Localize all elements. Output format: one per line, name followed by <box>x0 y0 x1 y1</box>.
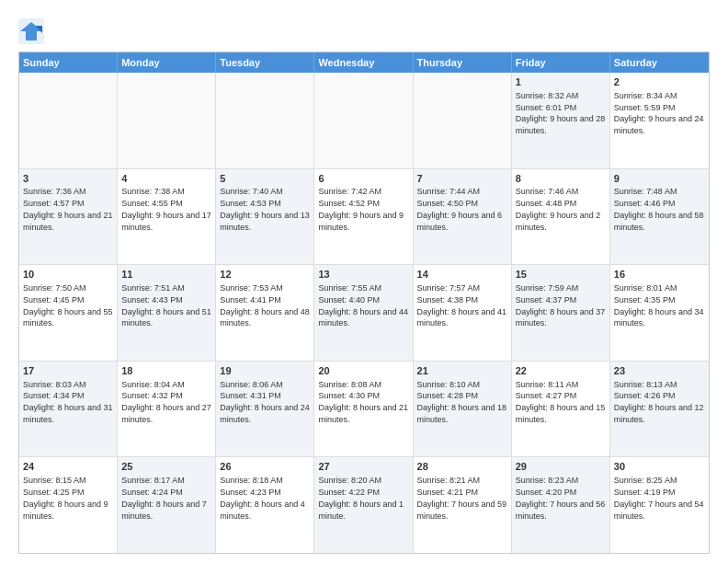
calendar-cell-r1c1: 4Sunrise: 7:38 AM Sunset: 4:55 PM Daylig… <box>118 169 216 265</box>
day-number: 29 <box>516 460 606 474</box>
day-info: Sunrise: 7:55 AM Sunset: 4:40 PM Dayligh… <box>318 283 408 327</box>
day-info: Sunrise: 8:32 AM Sunset: 6:01 PM Dayligh… <box>516 91 606 135</box>
logo <box>18 18 48 44</box>
calendar-cell-r3c0: 17Sunrise: 8:03 AM Sunset: 4:34 PM Dayli… <box>19 362 118 457</box>
day-info: Sunrise: 8:03 AM Sunset: 4:34 PM Dayligh… <box>23 380 113 424</box>
calendar-cell-r2c3: 13Sunrise: 7:55 AM Sunset: 4:40 PM Dayli… <box>314 265 413 361</box>
header-day-sunday: Sunday <box>19 52 118 73</box>
day-number: 24 <box>23 460 113 474</box>
day-number: 21 <box>417 364 507 378</box>
day-number: 13 <box>318 268 408 282</box>
day-number: 19 <box>220 364 310 378</box>
header-day-friday: Friday <box>512 52 610 73</box>
day-number: 25 <box>121 460 211 474</box>
day-number: 7 <box>417 172 507 186</box>
header <box>18 15 710 44</box>
page: SundayMondayTuesdayWednesdayThursdayFrid… <box>0 0 728 563</box>
day-info: Sunrise: 7:40 AM Sunset: 4:53 PM Dayligh… <box>220 187 310 231</box>
day-info: Sunrise: 8:08 AM Sunset: 4:30 PM Dayligh… <box>318 380 408 424</box>
day-info: Sunrise: 8:23 AM Sunset: 4:20 PM Dayligh… <box>516 476 606 520</box>
calendar-cell-r4c5: 29Sunrise: 8:23 AM Sunset: 4:20 PM Dayli… <box>512 457 610 553</box>
calendar-row-2: 10Sunrise: 7:50 AM Sunset: 4:45 PM Dayli… <box>19 265 709 362</box>
calendar-cell-r1c3: 6Sunrise: 7:42 AM Sunset: 4:52 PM Daylig… <box>314 169 413 265</box>
day-number: 3 <box>23 172 113 186</box>
day-number: 5 <box>220 172 310 186</box>
calendar-cell-r0c3 <box>314 73 413 168</box>
day-number: 30 <box>614 460 705 474</box>
day-info: Sunrise: 8:21 AM Sunset: 4:21 PM Dayligh… <box>417 476 507 520</box>
calendar-cell-r0c6: 2Sunrise: 8:34 AM Sunset: 5:59 PM Daylig… <box>610 73 709 168</box>
calendar-header: SundayMondayTuesdayWednesdayThursdayFrid… <box>19 52 709 73</box>
calendar-cell-r1c5: 8Sunrise: 7:46 AM Sunset: 4:48 PM Daylig… <box>512 169 610 265</box>
calendar-cell-r2c6: 16Sunrise: 8:01 AM Sunset: 4:35 PM Dayli… <box>610 265 709 361</box>
calendar-row-1: 3Sunrise: 7:36 AM Sunset: 4:57 PM Daylig… <box>19 169 709 266</box>
day-number: 27 <box>318 460 408 474</box>
day-number: 15 <box>516 268 606 282</box>
calendar-cell-r2c5: 15Sunrise: 7:59 AM Sunset: 4:37 PM Dayli… <box>512 265 610 361</box>
day-number: 20 <box>318 364 408 378</box>
day-info: Sunrise: 8:15 AM Sunset: 4:25 PM Dayligh… <box>23 476 108 520</box>
day-info: Sunrise: 8:01 AM Sunset: 4:35 PM Dayligh… <box>614 283 704 327</box>
day-info: Sunrise: 8:17 AM Sunset: 4:24 PM Dayligh… <box>121 476 207 520</box>
calendar-cell-r1c0: 3Sunrise: 7:36 AM Sunset: 4:57 PM Daylig… <box>19 169 118 265</box>
calendar-cell-r0c2 <box>216 73 314 168</box>
calendar-cell-r3c1: 18Sunrise: 8:04 AM Sunset: 4:32 PM Dayli… <box>118 362 216 457</box>
day-number: 11 <box>121 268 211 282</box>
calendar-cell-r4c4: 28Sunrise: 8:21 AM Sunset: 4:21 PM Dayli… <box>414 457 512 553</box>
day-number: 18 <box>121 364 211 378</box>
day-info: Sunrise: 7:44 AM Sunset: 4:50 PM Dayligh… <box>417 187 503 231</box>
calendar-cell-r4c6: 30Sunrise: 8:25 AM Sunset: 4:19 PM Dayli… <box>610 457 709 553</box>
day-info: Sunrise: 8:18 AM Sunset: 4:23 PM Dayligh… <box>220 476 305 520</box>
day-info: Sunrise: 8:34 AM Sunset: 5:59 PM Dayligh… <box>614 91 704 135</box>
calendar-cell-r2c2: 12Sunrise: 7:53 AM Sunset: 4:41 PM Dayli… <box>216 265 314 361</box>
calendar-cell-r2c1: 11Sunrise: 7:51 AM Sunset: 4:43 PM Dayli… <box>118 265 216 361</box>
calendar-cell-r0c1 <box>118 73 216 168</box>
day-number: 6 <box>318 172 408 186</box>
day-number: 4 <box>121 172 211 186</box>
day-info: Sunrise: 8:10 AM Sunset: 4:28 PM Dayligh… <box>417 380 507 424</box>
calendar-cell-r2c0: 10Sunrise: 7:50 AM Sunset: 4:45 PM Dayli… <box>19 265 118 361</box>
calendar-cell-r4c0: 24Sunrise: 8:15 AM Sunset: 4:25 PM Dayli… <box>19 457 118 553</box>
day-info: Sunrise: 7:51 AM Sunset: 4:43 PM Dayligh… <box>121 283 211 327</box>
day-info: Sunrise: 7:42 AM Sunset: 4:52 PM Dayligh… <box>318 187 404 231</box>
day-number: 2 <box>614 75 705 89</box>
logo-icon <box>18 18 44 44</box>
calendar-cell-r3c3: 20Sunrise: 8:08 AM Sunset: 4:30 PM Dayli… <box>314 362 413 457</box>
day-info: Sunrise: 7:36 AM Sunset: 4:57 PM Dayligh… <box>23 187 113 231</box>
calendar-cell-r0c4 <box>414 73 512 168</box>
calendar-row-4: 24Sunrise: 8:15 AM Sunset: 4:25 PM Dayli… <box>19 457 709 553</box>
day-info: Sunrise: 7:50 AM Sunset: 4:45 PM Dayligh… <box>23 283 113 327</box>
day-info: Sunrise: 8:11 AM Sunset: 4:27 PM Dayligh… <box>516 380 606 424</box>
calendar-cell-r1c4: 7Sunrise: 7:44 AM Sunset: 4:50 PM Daylig… <box>414 169 512 265</box>
calendar-cell-r3c4: 21Sunrise: 8:10 AM Sunset: 4:28 PM Dayli… <box>414 362 512 457</box>
day-number: 8 <box>516 172 606 186</box>
calendar-cell-r1c2: 5Sunrise: 7:40 AM Sunset: 4:53 PM Daylig… <box>216 169 314 265</box>
day-number: 9 <box>614 172 705 186</box>
day-number: 10 <box>23 268 113 282</box>
day-number: 1 <box>516 75 606 89</box>
calendar: SundayMondayTuesdayWednesdayThursdayFrid… <box>18 52 710 554</box>
calendar-row-0: 1Sunrise: 8:32 AM Sunset: 6:01 PM Daylig… <box>19 73 709 169</box>
calendar-cell-r1c6: 9Sunrise: 7:48 AM Sunset: 4:46 PM Daylig… <box>610 169 709 265</box>
calendar-cell-r4c2: 26Sunrise: 8:18 AM Sunset: 4:23 PM Dayli… <box>216 457 314 553</box>
header-day-thursday: Thursday <box>414 52 512 73</box>
header-day-monday: Monday <box>118 52 216 73</box>
calendar-row-3: 17Sunrise: 8:03 AM Sunset: 4:34 PM Dayli… <box>19 362 709 458</box>
day-number: 17 <box>23 364 113 378</box>
day-number: 23 <box>614 364 705 378</box>
day-number: 12 <box>220 268 310 282</box>
calendar-cell-r0c5: 1Sunrise: 8:32 AM Sunset: 6:01 PM Daylig… <box>512 73 610 168</box>
day-info: Sunrise: 7:38 AM Sunset: 4:55 PM Dayligh… <box>121 187 211 231</box>
calendar-cell-r3c2: 19Sunrise: 8:06 AM Sunset: 4:31 PM Dayli… <box>216 362 314 457</box>
header-day-wednesday: Wednesday <box>314 52 413 73</box>
day-info: Sunrise: 7:59 AM Sunset: 4:37 PM Dayligh… <box>516 283 606 327</box>
header-day-saturday: Saturday <box>610 52 709 73</box>
day-info: Sunrise: 7:57 AM Sunset: 4:38 PM Dayligh… <box>417 283 507 327</box>
calendar-cell-r2c4: 14Sunrise: 7:57 AM Sunset: 4:38 PM Dayli… <box>414 265 512 361</box>
day-info: Sunrise: 7:46 AM Sunset: 4:48 PM Dayligh… <box>516 187 601 231</box>
day-info: Sunrise: 7:48 AM Sunset: 4:46 PM Dayligh… <box>614 187 704 231</box>
day-number: 22 <box>516 364 606 378</box>
day-number: 26 <box>220 460 310 474</box>
day-info: Sunrise: 8:04 AM Sunset: 4:32 PM Dayligh… <box>121 380 211 424</box>
day-info: Sunrise: 8:06 AM Sunset: 4:31 PM Dayligh… <box>220 380 310 424</box>
